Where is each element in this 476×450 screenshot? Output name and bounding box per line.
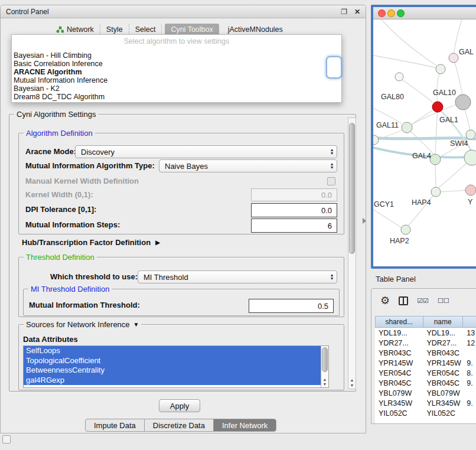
tab-discretize-data[interactable]: Discretize Data xyxy=(145,419,214,431)
table-row[interactable]: YER054C YER054C 8. xyxy=(375,368,476,378)
cell: YPR145W xyxy=(423,359,463,367)
algorithm-option[interactable]: Bayesian - K2 xyxy=(12,84,341,93)
hub-transcription-factor-expander[interactable]: Hub/Transcription Factor Definition ▶ xyxy=(22,238,160,247)
close-traffic-icon[interactable] xyxy=(378,9,386,17)
tab-impute-data[interactable]: Impute Data xyxy=(86,419,145,431)
node-label: GAL xyxy=(459,48,474,56)
node-label: Y xyxy=(468,198,473,206)
expand-down-icon: ▼ xyxy=(133,320,139,329)
minimize-traffic-icon[interactable] xyxy=(387,9,395,17)
algorithm-option[interactable]: ARACNE Algorithm xyxy=(12,68,341,76)
cell: YBR043C xyxy=(375,349,423,357)
mi-steps-label: Mutual Information Steps: xyxy=(25,220,120,229)
network-node-gal10-red[interactable] xyxy=(432,102,443,112)
column-header[interactable]: name xyxy=(423,317,463,327)
network-canvas[interactable]: GAL GAL80 GAL10 GAL11 GAL1 SWI4 GAL4 GCY… xyxy=(373,19,476,266)
table-row[interactable]: YIL052C YIL052C xyxy=(375,408,476,418)
gear-icon[interactable]: ⚙ xyxy=(380,295,390,306)
deselect-all-checkboxes-icon[interactable]: ☐☐ xyxy=(438,297,449,305)
zoom-traffic-icon[interactable] xyxy=(397,9,405,17)
tab-network[interactable]: Network xyxy=(50,24,100,35)
tab-select[interactable]: Select xyxy=(129,24,162,35)
table-row[interactable]: YDR27... YDR27... 12 xyxy=(375,338,476,348)
list-item[interactable]: SelfLoops xyxy=(24,346,321,356)
network-node[interactable] xyxy=(466,130,475,139)
table-row[interactable]: YBR043C YBR043C xyxy=(375,348,476,358)
network-node[interactable] xyxy=(465,185,476,195)
network-node[interactable] xyxy=(402,122,412,133)
control-panel-titlebar: Control Panel ❐ ✕ xyxy=(1,5,366,18)
float-window-icon[interactable]: ❐ xyxy=(341,8,347,16)
scrollbar-thumb[interactable] xyxy=(322,347,328,372)
list-item[interactable]: gal4RGexp xyxy=(24,376,321,386)
cell: YPR145W xyxy=(375,359,423,367)
list-scrollbar[interactable]: ▲ ▼ xyxy=(321,346,328,387)
sources-expander[interactable]: Sources for Network Inference ▼ xyxy=(24,320,141,329)
scroll-up-icon[interactable]: ▲ xyxy=(348,377,356,383)
list-item[interactable]: BetweennessCentrality xyxy=(24,366,321,376)
network-node[interactable] xyxy=(395,73,403,81)
column-header[interactable]: shared... xyxy=(376,317,423,327)
group-title: Cyni Algorithm Settings xyxy=(14,110,98,119)
column-header[interactable] xyxy=(463,317,476,327)
table-row[interactable]: YPR145W YPR145W 9. xyxy=(375,358,476,368)
cell: YBR045C xyxy=(375,379,423,387)
scroll-down-icon[interactable]: ▼ xyxy=(348,383,356,388)
scrollbar-thumb[interactable] xyxy=(349,123,355,254)
network-node[interactable] xyxy=(431,187,441,197)
algorithm-option[interactable]: Bayesian - Hill Climbing xyxy=(12,51,341,60)
tab-style[interactable]: Style xyxy=(100,24,129,35)
algorithm-option[interactable]: Mutual Information Inference xyxy=(12,76,341,84)
scrollbar-arrows[interactable]: ▲ ▼ xyxy=(321,377,328,387)
table-row[interactable]: YDL19... YDL19... 13 xyxy=(375,328,476,338)
list-item[interactable]: TopologicalCoefficient xyxy=(24,356,321,366)
settings-scrollbar[interactable]: ▲ ▼ xyxy=(348,118,356,389)
scroll-up-icon[interactable]: ▲ xyxy=(321,377,328,382)
tab-cyni-toolbox[interactable]: Cyni Toolbox xyxy=(165,24,219,35)
panel-splitter-handle[interactable] xyxy=(363,218,366,224)
dpi-tolerance-label: DPI Tolerance [0,1]: xyxy=(25,205,96,214)
network-node[interactable] xyxy=(464,150,476,165)
tab-jactivemnodules[interactable]: jActiveMNodules xyxy=(222,24,289,35)
scrollbar-arrows[interactable]: ▲ ▼ xyxy=(348,377,356,388)
algorithm-option[interactable]: Basic Correlation Inference xyxy=(12,60,341,68)
cell: 9. xyxy=(463,379,476,387)
mi-algorithm-type-select[interactable]: Naive Bayes ▴▾ xyxy=(159,159,337,172)
node-label: HAP4 xyxy=(412,198,431,207)
node-table: shared... name YDL19... YDL19... 13 YDR2… xyxy=(375,316,476,423)
mi-threshold-field[interactable]: 0.5 xyxy=(249,299,334,313)
table-row[interactable]: YBR045C YBR045C 9. xyxy=(375,378,476,388)
table-header-row: shared... name xyxy=(375,316,476,328)
network-node[interactable] xyxy=(449,53,458,63)
node-label: GAL10 xyxy=(433,89,456,97)
network-node-gray[interactable] xyxy=(455,94,471,110)
cell: YLR345W xyxy=(375,399,423,407)
aracne-mode-label: Aracne Mode: xyxy=(25,147,76,156)
bottom-tabs: Impute Data Discretize Data Infer Networ… xyxy=(85,419,276,432)
columns-icon[interactable] xyxy=(399,296,408,305)
apply-button[interactable]: Apply xyxy=(159,399,200,412)
algorithm-option[interactable]: Dream8 DC_TDC Algorithm xyxy=(12,93,341,101)
network-node[interactable] xyxy=(436,64,445,74)
close-icon[interactable]: ✕ xyxy=(354,8,360,16)
corner-widget[interactable] xyxy=(2,435,11,444)
cell: YLR345W xyxy=(423,399,463,407)
sources-title: Sources for Network Inference xyxy=(26,320,130,329)
aracne-mode-select[interactable]: Discovery ▴▾ xyxy=(75,145,337,158)
which-threshold-select[interactable]: MI Threshold ▴▾ xyxy=(138,270,337,283)
dpi-tolerance-field[interactable]: 0.0 xyxy=(251,203,337,217)
table-row[interactable]: YBL079W YBL079W xyxy=(375,388,476,398)
cell: YDL19... xyxy=(375,329,423,337)
kernel-width-field[interactable]: 0.0 xyxy=(251,188,337,201)
tab-infer-network[interactable]: Infer Network xyxy=(214,419,276,431)
network-node[interactable] xyxy=(430,154,441,165)
mi-steps-field[interactable]: 6 xyxy=(251,219,337,233)
scroll-down-icon[interactable]: ▼ xyxy=(321,382,328,387)
group-title: Threshold Definition xyxy=(24,253,97,262)
kernel-width-label: Kernel Width (0,1): xyxy=(25,190,93,199)
table-row[interactable]: YLR345W YLR345W 9. xyxy=(375,398,476,408)
network-graph: GAL GAL80 GAL10 GAL11 GAL1 SWI4 GAL4 GCY… xyxy=(373,19,476,266)
network-node[interactable] xyxy=(401,225,410,234)
select-all-checkboxes-icon[interactable]: ☑☑ xyxy=(417,297,429,305)
manual-kernel-width-checkbox[interactable] xyxy=(327,177,335,185)
